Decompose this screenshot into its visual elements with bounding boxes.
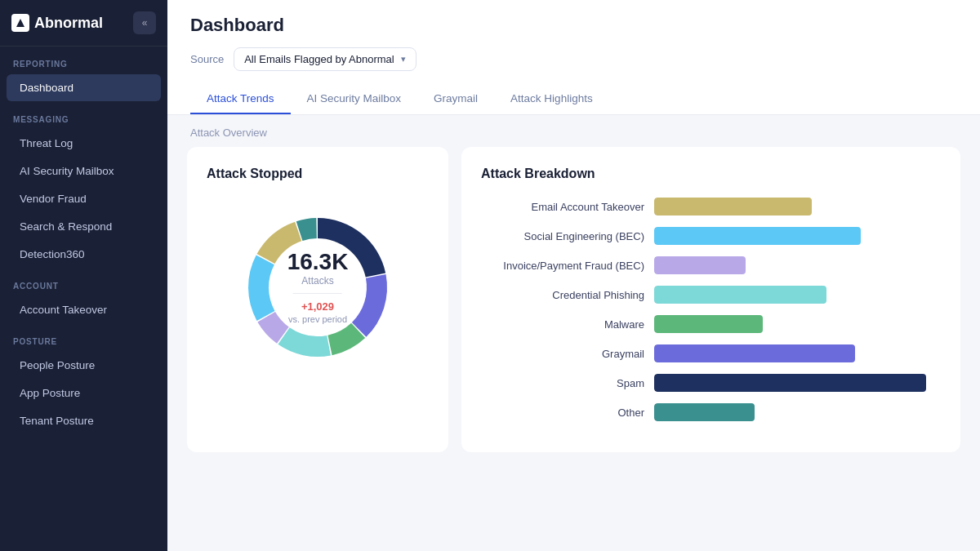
sidebar-item-app-posture[interactable]: App Posture — [7, 380, 161, 407]
sidebar-section-account: ACCOUNT — [0, 269, 167, 295]
bar-track — [654, 256, 941, 274]
bar-fill — [654, 344, 855, 362]
main-header: Dashboard Source All Emails Flagged by A… — [167, 0, 980, 115]
attack-unit: Attacks — [287, 275, 349, 287]
bar-chart: Email Account TakeoverSocial Engineering… — [481, 198, 941, 421]
source-value: All Emails Flagged by Abnormal — [244, 53, 394, 65]
bar-row: Other — [481, 403, 941, 421]
bar-row: Social Engineering (BEC) — [481, 227, 941, 245]
bar-row: Spam — [481, 374, 941, 392]
sidebar-section-messaging: MESSAGING — [0, 102, 167, 129]
tab-graymail[interactable]: Graymail — [417, 84, 494, 114]
tab-attack-trends[interactable]: Attack Trends — [190, 84, 291, 114]
bar-fill — [654, 227, 861, 245]
main-content-area: Attack Overview Attack Stopped 16.3K Att… — [167, 115, 980, 551]
logo: Abnormal — [11, 14, 103, 32]
attack-stopped-title: Attack Stopped — [207, 167, 429, 181]
bar-track — [654, 374, 941, 392]
bar-fill — [654, 198, 812, 216]
sidebar-item-account-takeover[interactable]: Account Takeover — [7, 296, 161, 323]
sidebar-section-posture: POSTURE — [0, 324, 167, 351]
bar-track — [654, 315, 941, 333]
source-dropdown[interactable]: All Emails Flagged by Abnormal ▾ — [234, 47, 416, 71]
bar-row: Invoice/Payment Fraud (BEC) — [481, 256, 941, 274]
sidebar-item-people-posture[interactable]: People Posture — [7, 352, 161, 379]
donut-segment — [278, 327, 331, 357]
donut-segment — [352, 274, 387, 337]
bar-fill — [654, 403, 755, 421]
page-title: Dashboard — [190, 15, 957, 36]
source-row: Source All Emails Flagged by Abnormal ▾ — [190, 47, 957, 71]
main-content: Dashboard Source All Emails Flagged by A… — [167, 0, 980, 551]
bar-track — [654, 344, 941, 362]
bar-label: Email Account Takeover — [481, 201, 644, 213]
attack-breakdown-title: Attack Breakdown — [481, 167, 941, 181]
bar-track — [654, 403, 941, 421]
donut-chart: 16.3K Attacks +1,029 vs. prev period — [207, 198, 429, 377]
donut-divider — [293, 293, 342, 294]
chevron-down-icon: ▾ — [401, 54, 406, 64]
attack-period: vs. prev period — [287, 314, 349, 324]
sidebar-item-ai-security-mailbox[interactable]: AI Security Mailbox — [7, 158, 161, 184]
sidebar-item-dashboard[interactable]: Dashboard — [7, 74, 161, 101]
attack-overview: Attack Stopped 16.3K Attacks +1,029 vs. … — [167, 147, 980, 472]
bar-label: Social Engineering (BEC) — [481, 230, 644, 242]
bar-track — [654, 286, 941, 304]
sidebar-section-reporting: REPORTING — [0, 47, 167, 73]
logo-icon — [11, 14, 29, 32]
attack-stopped-card: Attack Stopped 16.3K Attacks +1,029 vs. … — [187, 147, 448, 452]
bar-row: Email Account Takeover — [481, 198, 941, 216]
sidebar-item-vendor-fraud[interactable]: Vendor Fraud — [7, 185, 161, 212]
sidebar-item-threat-log[interactable]: Threat Log — [7, 130, 161, 157]
bar-track — [654, 198, 941, 216]
collapse-sidebar-button[interactable]: « — [133, 11, 156, 34]
sidebar: Abnormal « REPORTINGDashboardMESSAGINGTh… — [0, 0, 167, 551]
bar-label: Credential Phishing — [481, 289, 644, 301]
attack-delta: +1,029 — [287, 300, 349, 313]
attack-count: 16.3K — [287, 251, 349, 273]
sidebar-item-tenant-posture[interactable]: Tenant Posture — [7, 407, 161, 434]
tab-attack-highlights[interactable]: Attack Highlights — [494, 84, 609, 114]
sidebar-item-search-respond[interactable]: Search & Respond — [7, 213, 161, 240]
bar-fill — [654, 286, 826, 304]
donut-center: 16.3K Attacks +1,029 vs. prev period — [287, 251, 349, 324]
bar-fill — [654, 256, 746, 274]
bar-row: Credential Phishing — [481, 286, 941, 304]
tab-ai-security-mailbox[interactable]: AI Security Mailbox — [291, 84, 418, 114]
attack-breakdown-card: Attack Breakdown Email Account TakeoverS… — [461, 147, 960, 452]
sidebar-item-detection360[interactable]: Detection360 — [7, 241, 161, 268]
donut-segment — [248, 256, 274, 321]
bar-row: Graymail — [481, 344, 941, 362]
logo-text: Abnormal — [34, 15, 103, 32]
tabs-bar: Attack TrendsAI Security MailboxGraymail… — [190, 84, 957, 114]
sidebar-header: Abnormal « — [0, 0, 167, 47]
bar-fill — [654, 315, 763, 333]
bar-track — [654, 227, 941, 245]
bar-row: Malware — [481, 315, 941, 333]
bar-label: Invoice/Payment Fraud (BEC) — [481, 260, 644, 272]
bar-label: Graymail — [481, 348, 644, 360]
attack-overview-label: Attack Overview — [167, 115, 980, 147]
bar-label: Other — [481, 407, 644, 419]
bar-label: Spam — [481, 377, 644, 389]
bar-label: Malware — [481, 318, 644, 331]
bar-fill — [654, 374, 926, 392]
source-label: Source — [190, 53, 224, 65]
